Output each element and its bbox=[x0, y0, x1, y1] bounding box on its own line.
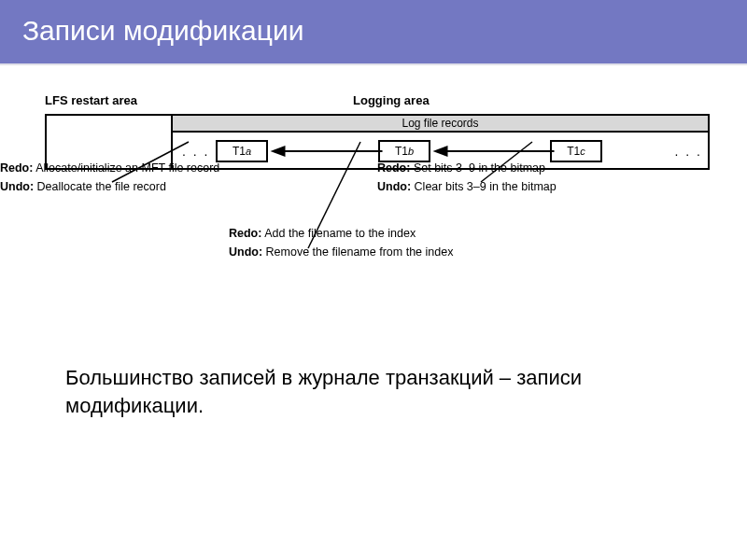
ellipsis-left: . . . bbox=[182, 144, 209, 159]
annotation-b: Redo: Add the filename to the index Undo… bbox=[229, 224, 528, 261]
annotation-a: Redo: Allocate/initialize an MFT file re… bbox=[0, 159, 280, 196]
logging-label: Logging area bbox=[353, 93, 430, 107]
records-header: Log file records bbox=[173, 116, 708, 133]
body-paragraph: Большинство записей в журнале транзакций… bbox=[65, 364, 682, 419]
diagram-legend: LFS restart area Logging area bbox=[45, 93, 710, 112]
slide-title: Записи модификации bbox=[0, 0, 747, 65]
lfs-label: LFS restart area bbox=[45, 93, 137, 107]
ellipsis-right: . . . bbox=[675, 144, 702, 159]
slide-body: LFS restart area Logging area Log file r… bbox=[0, 65, 747, 560]
annotation-c: Redo: Set bits 3–9 in the bitmap Undo: C… bbox=[377, 159, 657, 196]
